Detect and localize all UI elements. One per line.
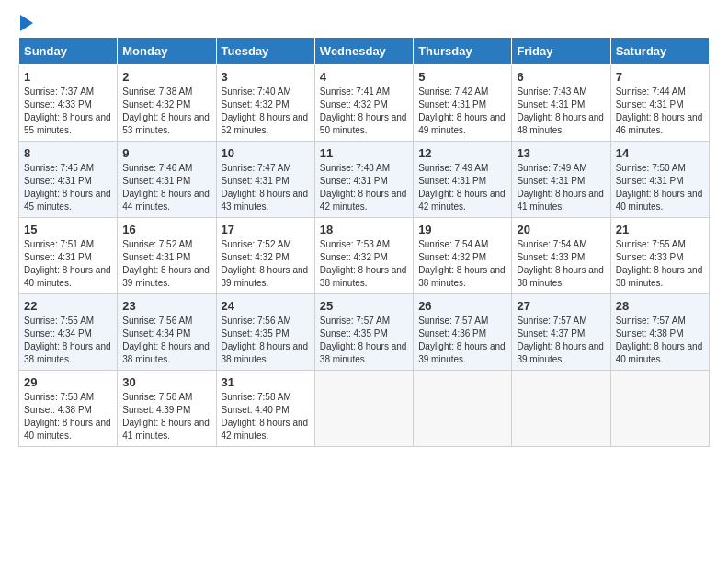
sunset-text: Sunset: 4:33 PM <box>517 252 585 262</box>
cell-details: Sunrise: 7:57 AMSunset: 4:37 PMDaylight:… <box>517 315 605 366</box>
daylight-text: Daylight: 8 hours and 38 minutes. <box>616 265 703 288</box>
cell-details: Sunrise: 7:56 AMSunset: 4:34 PMDaylight:… <box>122 315 210 366</box>
sunset-text: Sunset: 4:31 PM <box>222 176 290 186</box>
cell-details: Sunrise: 7:58 AMSunset: 4:40 PMDaylight:… <box>222 391 310 442</box>
sunrise-text: Sunrise: 7:49 AM <box>517 163 586 173</box>
sunset-text: Sunset: 4:33 PM <box>24 99 92 109</box>
sunset-text: Sunset: 4:31 PM <box>122 176 190 186</box>
calendar-cell: 29Sunrise: 7:58 AMSunset: 4:38 PMDayligh… <box>19 371 118 447</box>
day-number: 14 <box>616 146 704 160</box>
sunset-text: Sunset: 4:36 PM <box>418 328 486 339</box>
cell-details: Sunrise: 7:41 AMSunset: 4:32 PMDaylight:… <box>320 86 408 137</box>
daylight-text: Daylight: 8 hours and 38 minutes. <box>24 341 111 364</box>
sunrise-text: Sunrise: 7:52 AM <box>222 239 291 249</box>
day-number: 10 <box>222 146 310 160</box>
sunrise-text: Sunrise: 7:56 AM <box>122 316 192 326</box>
cell-details: Sunrise: 7:57 AMSunset: 4:36 PMDaylight:… <box>418 315 506 366</box>
day-number: 24 <box>222 299 310 313</box>
cell-details: Sunrise: 7:51 AMSunset: 4:31 PMDaylight:… <box>24 238 112 290</box>
daylight-text: Daylight: 8 hours and 52 minutes. <box>222 112 309 135</box>
cell-details: Sunrise: 7:46 AMSunset: 4:31 PMDaylight:… <box>122 162 210 213</box>
calendar-week-row: 15Sunrise: 7:51 AMSunset: 4:31 PMDayligh… <box>19 218 710 294</box>
calendar-cell: 10Sunrise: 7:47 AMSunset: 4:31 PMDayligh… <box>216 142 314 218</box>
sunset-text: Sunset: 4:39 PM <box>122 405 190 415</box>
sunset-text: Sunset: 4:32 PM <box>320 252 388 262</box>
cell-details: Sunrise: 7:44 AMSunset: 4:31 PMDaylight:… <box>616 86 704 137</box>
logo-arrow-icon <box>20 15 33 31</box>
day-number: 16 <box>122 223 210 236</box>
calendar-cell: 13Sunrise: 7:49 AMSunset: 4:31 PMDayligh… <box>512 142 610 218</box>
sunset-text: Sunset: 4:33 PM <box>616 252 684 262</box>
calendar-week-row: 22Sunrise: 7:55 AMSunset: 4:34 PMDayligh… <box>19 294 710 371</box>
cell-details: Sunrise: 7:50 AMSunset: 4:31 PMDaylight:… <box>616 162 704 213</box>
cell-details: Sunrise: 7:54 AMSunset: 4:32 PMDaylight:… <box>418 238 506 290</box>
calendar-cell: 18Sunrise: 7:53 AMSunset: 4:32 PMDayligh… <box>314 218 413 294</box>
sunset-text: Sunset: 4:31 PM <box>418 99 486 109</box>
daylight-text: Daylight: 8 hours and 38 minutes. <box>222 341 309 364</box>
daylight-text: Daylight: 8 hours and 38 minutes. <box>122 341 210 364</box>
calendar-cell: 25Sunrise: 7:57 AMSunset: 4:35 PMDayligh… <box>314 294 413 371</box>
calendar-cell: 30Sunrise: 7:58 AMSunset: 4:39 PMDayligh… <box>118 371 216 447</box>
calendar-cell: 22Sunrise: 7:55 AMSunset: 4:34 PMDayligh… <box>19 294 118 371</box>
cell-details: Sunrise: 7:52 AMSunset: 4:32 PMDaylight:… <box>222 238 310 290</box>
calendar-cell: 20Sunrise: 7:54 AMSunset: 4:33 PMDayligh… <box>512 218 610 294</box>
daylight-text: Daylight: 8 hours and 43 minutes. <box>222 189 309 212</box>
calendar-cell <box>512 371 610 447</box>
sunset-text: Sunset: 4:31 PM <box>24 252 92 262</box>
col-header-wednesday: Wednesday <box>314 38 413 65</box>
sunrise-text: Sunrise: 7:54 AM <box>418 239 488 249</box>
day-number: 22 <box>24 299 112 313</box>
day-number: 8 <box>24 146 112 160</box>
col-header-tuesday: Tuesday <box>216 38 314 65</box>
day-number: 30 <box>122 375 210 389</box>
calendar-cell <box>314 371 413 447</box>
day-number: 31 <box>222 375 310 389</box>
sunset-text: Sunset: 4:31 PM <box>616 99 684 109</box>
daylight-text: Daylight: 8 hours and 40 minutes. <box>616 189 703 212</box>
daylight-text: Daylight: 8 hours and 42 minutes. <box>320 189 407 212</box>
sunrise-text: Sunrise: 7:51 AM <box>24 239 94 249</box>
sunrise-text: Sunrise: 7:58 AM <box>222 392 291 402</box>
day-number: 12 <box>418 146 506 160</box>
daylight-text: Daylight: 8 hours and 39 minutes. <box>517 341 604 364</box>
daylight-text: Daylight: 8 hours and 40 minutes. <box>24 265 111 288</box>
col-header-thursday: Thursday <box>414 38 512 65</box>
cell-details: Sunrise: 7:40 AMSunset: 4:32 PMDaylight:… <box>222 86 310 137</box>
calendar-week-row: 29Sunrise: 7:58 AMSunset: 4:38 PMDayligh… <box>19 371 710 447</box>
cell-details: Sunrise: 7:52 AMSunset: 4:31 PMDaylight:… <box>122 238 210 290</box>
sunset-text: Sunset: 4:35 PM <box>320 328 388 339</box>
cell-details: Sunrise: 7:48 AMSunset: 4:31 PMDaylight:… <box>320 162 408 213</box>
calendar-cell <box>414 371 512 447</box>
sunset-text: Sunset: 4:32 PM <box>320 99 388 109</box>
cell-details: Sunrise: 7:56 AMSunset: 4:35 PMDaylight:… <box>222 315 310 366</box>
cell-details: Sunrise: 7:53 AMSunset: 4:32 PMDaylight:… <box>320 238 408 290</box>
daylight-text: Daylight: 8 hours and 38 minutes. <box>418 265 506 288</box>
sunrise-text: Sunrise: 7:38 AM <box>122 86 192 97</box>
header <box>18 15 710 31</box>
col-header-saturday: Saturday <box>610 38 709 65</box>
calendar-cell: 31Sunrise: 7:58 AMSunset: 4:40 PMDayligh… <box>216 371 314 447</box>
calendar-cell: 28Sunrise: 7:57 AMSunset: 4:38 PMDayligh… <box>610 294 709 371</box>
sunset-text: Sunset: 4:34 PM <box>24 328 92 339</box>
daylight-text: Daylight: 8 hours and 42 minutes. <box>418 189 506 212</box>
day-number: 2 <box>122 70 210 84</box>
daylight-text: Daylight: 8 hours and 39 minutes. <box>418 341 506 364</box>
daylight-text: Daylight: 8 hours and 38 minutes. <box>320 265 407 288</box>
sunrise-text: Sunrise: 7:57 AM <box>616 316 686 326</box>
cell-details: Sunrise: 7:55 AMSunset: 4:34 PMDaylight:… <box>24 315 112 366</box>
daylight-text: Daylight: 8 hours and 44 minutes. <box>122 189 210 212</box>
day-number: 6 <box>517 70 605 84</box>
calendar-cell: 11Sunrise: 7:48 AMSunset: 4:31 PMDayligh… <box>314 142 413 218</box>
daylight-text: Daylight: 8 hours and 45 minutes. <box>24 189 111 212</box>
calendar-week-row: 8Sunrise: 7:45 AMSunset: 4:31 PMDaylight… <box>19 142 710 218</box>
day-number: 9 <box>122 146 210 160</box>
sunset-text: Sunset: 4:31 PM <box>122 252 190 262</box>
sunset-text: Sunset: 4:31 PM <box>616 176 684 186</box>
calendar-cell: 7Sunrise: 7:44 AMSunset: 4:31 PMDaylight… <box>610 65 709 142</box>
calendar-header-row: SundayMondayTuesdayWednesdayThursdayFrid… <box>19 38 710 65</box>
sunset-text: Sunset: 4:32 PM <box>122 99 190 109</box>
day-number: 28 <box>616 299 704 313</box>
sunrise-text: Sunrise: 7:57 AM <box>320 316 390 326</box>
day-number: 21 <box>616 223 704 236</box>
sunrise-text: Sunrise: 7:49 AM <box>418 163 488 173</box>
